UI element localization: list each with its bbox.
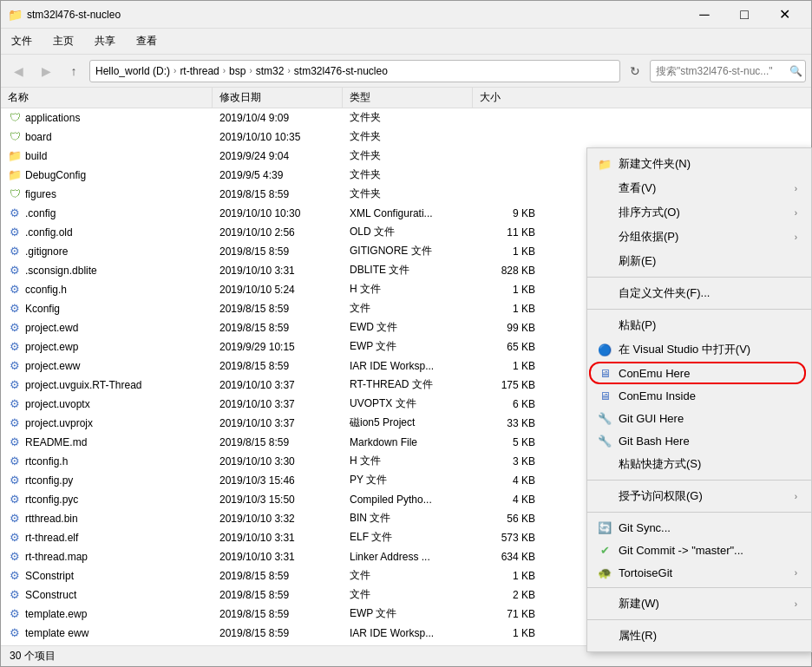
- context-menu-separator: [587, 480, 811, 481]
- context-menu-item-icon: 🔄: [598, 520, 612, 534]
- file-size-cell: 4 KB: [473, 494, 542, 506]
- context-menu-conemu-here[interactable]: 🖥 ConEmu Here: [587, 362, 811, 384]
- context-menu-separator: [587, 277, 811, 278]
- refresh-button[interactable]: ↻: [624, 60, 646, 82]
- context-menu-item-icon: 📁: [598, 157, 612, 171]
- context-menu-item[interactable]: 🖥 ConEmu Inside: [587, 384, 811, 407]
- file-name-text: SConstruct: [25, 589, 76, 601]
- file-date-cell: 2019/8/15 8:59: [213, 627, 343, 639]
- col-date-header[interactable]: 修改日期: [213, 88, 343, 108]
- context-menu-item[interactable]: 🔄 Git Sync...: [587, 516, 811, 539]
- context-menu-item[interactable]: 查看(V) ›: [587, 176, 811, 200]
- file-name-text: build: [25, 150, 47, 162]
- context-menu: 📁 新建文件夹(N) 查看(V) › 排序方式(O) › 分组依据(P) › 刷…: [586, 147, 811, 645]
- context-menu-item-label: ConEmu Here: [619, 367, 690, 380]
- search-button[interactable]: 🔍: [789, 65, 802, 77]
- file-size-cell: 65 KB: [473, 341, 542, 353]
- back-button[interactable]: ◀: [6, 59, 30, 83]
- context-menu-item[interactable]: ✔ Git Commit -> "master"...: [587, 539, 811, 561]
- context-menu-item[interactable]: 🔧 Git Bash Here: [587, 429, 811, 452]
- file-size-cell: 634 KB: [473, 551, 542, 563]
- menu-home[interactable]: 主页: [43, 29, 84, 54]
- breadcrumb-rt-thread[interactable]: rt-thread: [180, 65, 219, 77]
- up-button[interactable]: ↑: [62, 59, 86, 83]
- context-menu-item-content: 刷新(E): [598, 253, 656, 269]
- context-menu-item[interactable]: 粘贴快捷方式(S): [587, 452, 811, 476]
- context-menu-separator: [587, 619, 811, 620]
- context-menu-item-icon: 🖥: [598, 366, 612, 380]
- file-type-cell: 文件夹: [343, 167, 473, 182]
- submenu-arrow-icon: ›: [795, 492, 797, 501]
- context-menu-item[interactable]: 刷新(E): [587, 249, 811, 273]
- context-menu-item-label: 查看(V): [619, 180, 656, 196]
- context-menu-item[interactable]: 🔧 Git GUI Here: [587, 407, 811, 429]
- context-menu-item-content: 自定义文件夹(F)...: [598, 285, 710, 301]
- context-menu-item-icon: [598, 318, 612, 332]
- context-menu-item-icon: 🐢: [598, 566, 612, 579]
- context-menu-item[interactable]: 属性(R): [587, 624, 811, 645]
- breadcrumb-stm32[interactable]: stm32: [256, 65, 285, 77]
- context-menu-item[interactable]: 🐢 TortoiseGit ›: [587, 561, 811, 584]
- menu-file[interactable]: 文件: [1, 29, 43, 54]
- minimize-button[interactable]: ─: [684, 1, 724, 29]
- context-menu-item[interactable]: 分组依据(P) ›: [587, 225, 811, 249]
- window-icon: 📁: [8, 8, 22, 22]
- context-menu-item[interactable]: 自定义文件夹(F)...: [587, 281, 811, 305]
- maximize-button[interactable]: □: [724, 1, 764, 29]
- file-type-cell: ELF 文件: [343, 530, 473, 545]
- context-menu-item[interactable]: 新建(W) ›: [587, 592, 811, 616]
- file-date-cell: 2019/10/10 3:37: [213, 379, 343, 391]
- context-menu-item-content: 🔵 在 Visual Studio 中打开(V): [598, 342, 750, 357]
- file-name-cell: ⚙ rt-thread.map: [4, 550, 213, 564]
- context-menu-item-icon: 🔵: [598, 343, 612, 356]
- address-bar[interactable]: Hello_world (D:) › rt-thread › bsp › stm…: [89, 60, 620, 82]
- file-date-cell: 2019/10/10 2:56: [213, 226, 343, 239]
- file-type-cell: XML Configurati...: [343, 207, 473, 219]
- context-menu-item[interactable]: 📁 新建文件夹(N): [587, 152, 811, 176]
- context-menu-item[interactable]: 粘贴(P): [587, 313, 811, 337]
- context-menu-item[interactable]: 🔵 在 Visual Studio 中打开(V): [587, 337, 811, 362]
- file-size-cell: 1 KB: [473, 284, 542, 296]
- col-size-header[interactable]: 大小: [473, 88, 542, 108]
- file-size-cell: 6 KB: [473, 398, 542, 410]
- col-type-header[interactable]: 类型: [343, 88, 473, 108]
- file-date-cell: 2019/10/10 3:31: [213, 551, 343, 563]
- menu-share[interactable]: 共享: [84, 29, 126, 54]
- file-icon: ⚙: [8, 264, 22, 278]
- file-date-cell: 2019/8/15 8:59: [213, 188, 343, 200]
- file-name-cell: ⚙ rtconfig.h: [4, 454, 213, 468]
- file-type-cell: 磁ion5 Project: [343, 415, 473, 430]
- file-name-cell: ⚙ rtconfig.py: [4, 474, 213, 487]
- file-name-cell: 📁 DebugConfig: [4, 168, 213, 182]
- breadcrumb-bsp[interactable]: bsp: [229, 65, 246, 77]
- search-input[interactable]: [650, 60, 806, 82]
- file-icon: ⚙: [8, 435, 22, 449]
- table-row[interactable]: 🛡 applications 2019/10/4 9:09 文件夹: [1, 108, 811, 128]
- context-menu-item-label: 授予访问权限(G): [619, 488, 703, 504]
- file-icon: 🛡: [8, 111, 22, 125]
- close-button[interactable]: ✕: [764, 1, 804, 29]
- file-icon: ⚙: [8, 340, 22, 354]
- context-menu-item[interactable]: 授予访问权限(G) ›: [587, 484, 811, 508]
- window-title: stm32l476-st-nucleo: [27, 9, 684, 21]
- breadcrumb-hello-world[interactable]: Hello_world (D:): [95, 65, 170, 77]
- file-name-text: Kconfig: [25, 303, 60, 315]
- file-icon: ⚙: [8, 206, 22, 220]
- context-menu-item[interactable]: 排序方式(O) ›: [587, 200, 811, 225]
- context-menu-item-label: 新建(W): [619, 596, 659, 611]
- forward-button[interactable]: ▶: [34, 59, 58, 83]
- context-menu-item-label: 粘贴快捷方式(S): [619, 456, 701, 472]
- context-menu-item-label: 分组依据(P): [619, 229, 678, 245]
- file-name-cell: ⚙ cconfig.h: [4, 283, 213, 297]
- menu-view[interactable]: 查看: [126, 29, 167, 54]
- file-size-cell: 1 KB: [473, 245, 542, 258]
- col-name-header[interactable]: 名称: [4, 88, 213, 108]
- context-menu-item-content: 分组依据(P): [598, 229, 678, 245]
- file-icon: 📁: [8, 168, 22, 182]
- breadcrumb-current[interactable]: stm32l476-st-nucleo: [294, 65, 388, 77]
- file-type-cell: 文件: [343, 587, 473, 602]
- file-name-text: board: [25, 131, 52, 143]
- file-icon: ⚙: [8, 474, 22, 487]
- file-type-cell: IAR IDE Worksp...: [343, 360, 473, 372]
- table-row[interactable]: 🛡 board 2019/10/10 10:35 文件夹: [1, 128, 811, 147]
